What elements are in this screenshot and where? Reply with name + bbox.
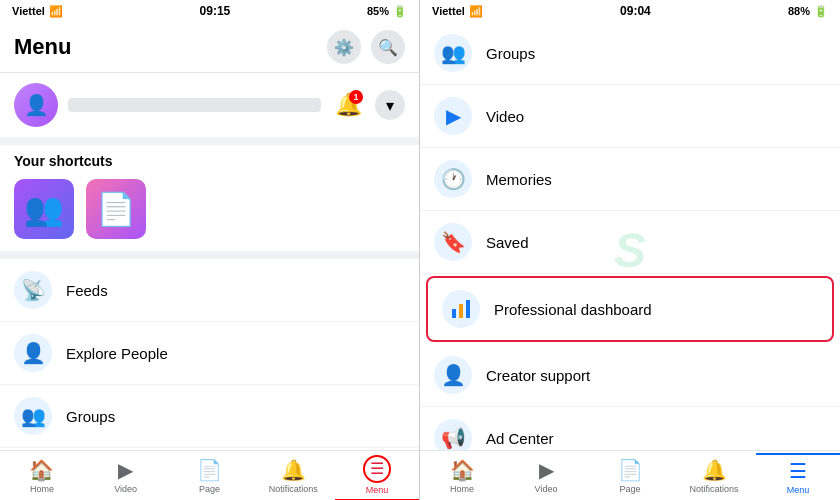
left-nav-notifications[interactable]: 🔔 Notifications — [251, 454, 335, 498]
right-professional-dashboard-label: Professional dashboard — [494, 301, 652, 318]
right-nav-video[interactable]: ▶ Video — [504, 454, 588, 498]
left-nav-page[interactable]: 📄 Page — [168, 454, 252, 498]
right-saved-label: Saved — [486, 234, 529, 251]
left-menu-list: 📡 Feeds 👤 Explore People 👥 Groups ▶ Vide… — [0, 259, 419, 450]
right-saved-icon: 🔖 — [434, 223, 472, 261]
left-nav-home[interactable]: 🏠 Home — [0, 454, 84, 498]
left-groups-icon: 👥 — [14, 397, 52, 435]
right-professional-dashboard-icon — [442, 290, 480, 328]
left-page-nav-icon: 📄 — [197, 458, 222, 482]
right-nav-notifications[interactable]: 🔔 Notifications — [672, 454, 756, 498]
left-shortcuts-row: 👥 📄 — [14, 179, 405, 239]
right-ad-center-icon: 📢 — [434, 419, 472, 450]
right-menu-ad-center[interactable]: 📢 Ad Center — [420, 407, 840, 450]
left-phone-panel: Viettel 📶 09:15 85% 🔋 Menu ⚙️ 🔍 👤 🔔 1 ▾ … — [0, 0, 420, 500]
left-profile-name — [68, 98, 321, 112]
search-button[interactable]: 🔍 — [371, 30, 405, 64]
right-video-label: Video — [486, 108, 524, 125]
left-nav-menu-label: Menu — [366, 485, 389, 495]
left-home-icon: 🏠 — [29, 458, 54, 482]
right-groups-icon: 👥 — [434, 34, 472, 72]
right-status-left: Viettel 📶 — [432, 5, 483, 18]
right-nav-page-label: Page — [619, 484, 640, 494]
left-header-title: Menu — [14, 34, 71, 60]
right-menu-video[interactable]: ▶ Video — [420, 85, 840, 148]
left-nav-menu[interactable]: ☰ Menu — [335, 451, 419, 501]
left-nav-home-label: Home — [30, 484, 54, 494]
right-memories-icon: 🕐 — [434, 160, 472, 198]
left-status-bar: Viettel 📶 09:15 85% 🔋 — [0, 0, 419, 22]
left-carrier: Viettel — [12, 5, 45, 17]
left-battery-icon: 🔋 — [393, 5, 407, 18]
svg-rect-0 — [452, 309, 456, 318]
left-notifications-nav-icon: 🔔 — [281, 458, 306, 482]
left-nav-video-label: Video — [114, 484, 137, 494]
left-menu-nav-icon-wrapper: ☰ — [363, 455, 391, 483]
right-page-nav-icon: 📄 — [618, 458, 643, 482]
right-nav-notifications-label: Notifications — [689, 484, 738, 494]
right-nav-menu[interactable]: ☰ Menu — [756, 453, 840, 499]
left-feeds-icon: 📡 — [14, 271, 52, 309]
left-bottom-nav: 🏠 Home ▶ Video 📄 Page 🔔 Notifications ☰ … — [0, 450, 419, 500]
left-shortcuts-section: Your shortcuts 👥 📄 — [0, 145, 419, 251]
settings-button[interactable]: ⚙️ — [327, 30, 361, 64]
left-header: Menu ⚙️ 🔍 — [0, 22, 419, 73]
left-shortcut-friends[interactable]: 👥 — [14, 179, 74, 239]
right-menu-creator-support[interactable]: 👤 Creator support — [420, 344, 840, 407]
left-feeds-label: Feeds — [66, 282, 108, 299]
right-carrier: Viettel — [432, 5, 465, 17]
left-menu-nav-icon: ☰ — [370, 459, 384, 478]
left-dropdown-button[interactable]: ▾ — [375, 90, 405, 120]
svg-rect-1 — [459, 304, 463, 318]
right-nav-video-label: Video — [535, 484, 558, 494]
left-battery: 85% — [367, 5, 389, 17]
right-memories-label: Memories — [486, 171, 552, 188]
right-wifi-icon: 📶 — [469, 5, 483, 18]
svg-rect-2 — [466, 300, 470, 318]
right-menu-professional-dashboard[interactable]: Professional dashboard — [426, 276, 834, 342]
right-status-right: 88% 🔋 — [788, 5, 828, 18]
right-groups-label: Groups — [486, 45, 535, 62]
left-groups-label: Groups — [66, 408, 115, 425]
right-home-icon: 🏠 — [450, 458, 475, 482]
right-menu-nav-icon: ☰ — [789, 459, 807, 483]
right-menu-saved[interactable]: 🔖 Saved — [420, 211, 840, 274]
left-nav-page-label: Page — [199, 484, 220, 494]
right-nav-page[interactable]: 📄 Page — [588, 454, 672, 498]
right-menu-groups[interactable]: 👥 Groups — [420, 22, 840, 85]
right-video-icon: ▶ — [434, 97, 472, 135]
right-nav-home[interactable]: 🏠 Home — [420, 454, 504, 498]
right-nav-home-label: Home — [450, 484, 474, 494]
right-menu-memories[interactable]: 🕐 Memories — [420, 148, 840, 211]
left-wifi-icon: 📶 — [49, 5, 63, 18]
left-explore-label: Explore People — [66, 345, 168, 362]
left-menu-feeds[interactable]: 📡 Feeds — [0, 259, 419, 322]
left-explore-icon: 👤 — [14, 334, 52, 372]
right-video-nav-icon: ▶ — [539, 458, 554, 482]
right-creator-support-label: Creator support — [486, 367, 590, 384]
right-battery: 88% — [788, 5, 810, 17]
right-status-bar: Viettel 📶 09:04 88% 🔋 — [420, 0, 840, 22]
left-nav-notifications-label: Notifications — [269, 484, 318, 494]
right-time: 09:04 — [620, 4, 651, 18]
right-battery-icon: 🔋 — [814, 5, 828, 18]
left-status-left: Viettel 📶 — [12, 5, 63, 18]
left-nav-video[interactable]: ▶ Video — [84, 454, 168, 498]
left-shortcut-pages[interactable]: 📄 — [86, 179, 146, 239]
left-status-right: 85% 🔋 — [367, 5, 407, 18]
left-notification-icon[interactable]: 🔔 1 — [331, 88, 365, 122]
left-notif-badge: 1 — [349, 90, 363, 104]
left-shortcuts-title: Your shortcuts — [14, 153, 405, 169]
right-creator-support-icon: 👤 — [434, 356, 472, 394]
left-menu-explore-people[interactable]: 👤 Explore People — [0, 322, 419, 385]
right-bottom-nav: 🏠 Home ▶ Video 📄 Page 🔔 Notifications ☰ … — [420, 450, 840, 500]
left-header-icons: ⚙️ 🔍 — [327, 30, 405, 64]
right-nav-menu-label: Menu — [787, 485, 810, 495]
left-profile-row: 👤 🔔 1 ▾ — [0, 73, 419, 137]
right-ad-center-label: Ad Center — [486, 430, 554, 447]
left-avatar[interactable]: 👤 — [14, 83, 58, 127]
right-menu-list: 👥 Groups ▶ Video 🕐 Memories 🔖 Saved Prof… — [420, 22, 840, 450]
right-phone-panel: S Viettel 📶 09:04 88% 🔋 👥 Groups ▶ Video… — [420, 0, 840, 500]
left-video-nav-icon: ▶ — [118, 458, 133, 482]
left-menu-groups[interactable]: 👥 Groups — [0, 385, 419, 448]
